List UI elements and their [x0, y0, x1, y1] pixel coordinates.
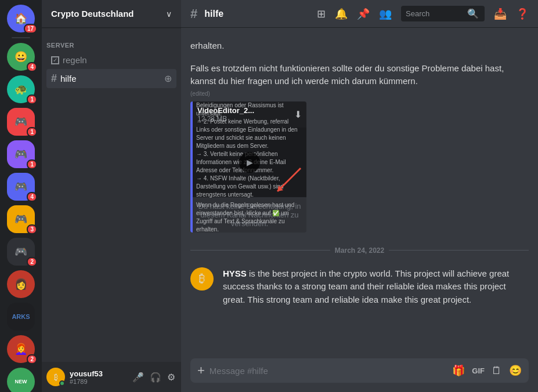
user-avatar-emoji: ₿: [54, 372, 58, 382]
badge-7: 2: [27, 257, 37, 267]
red-arrow-overlay: [275, 165, 304, 194]
date-label: March 24, 2022: [335, 246, 384, 255]
home-badge: 17: [24, 24, 37, 34]
discord-logo: 🏠: [15, 12, 27, 25]
help-icon[interactable]: ❓: [516, 8, 529, 20]
emoji-icon[interactable]: 😊: [509, 364, 522, 377]
category-label: SERVER: [46, 42, 74, 49]
chevron-down-icon: ∨: [166, 9, 172, 19]
members-icon[interactable]: 👥: [379, 8, 392, 20]
user-info: yousuf53 #1789: [70, 369, 127, 385]
badge-6: 3: [27, 224, 37, 234]
server-icon-11[interactable]: NEW: [7, 368, 35, 392]
user-controls: 🎤 🎧 ⚙: [131, 371, 176, 384]
main-chat: # hilfe ⊞ 🔔 📌 👥 🔍 📥 ❓ erhalten. Falls es…: [181, 0, 538, 392]
message-text-falls: Falls es trotzdem nicht funktionieren so…: [190, 62, 529, 88]
checkbox-icon: ✓: [51, 56, 59, 64]
message-input[interactable]: [210, 360, 447, 382]
chat-input-area: + 🎁 GIF 🗒 😊: [181, 358, 538, 392]
message-yousuf: ₿ HYSS is the best project in the crypto…: [181, 264, 538, 309]
server-header[interactable]: Crypto Deutschland ∨: [42, 0, 181, 28]
user-area: ₿ yousuf53 #1789 🎤 🎧 ⚙: [42, 362, 181, 392]
server-icon-9[interactable]: ARKS: [7, 303, 35, 331]
pin-icon[interactable]: 📌: [357, 8, 370, 20]
online-status-indicator: [59, 380, 65, 386]
notification-icon[interactable]: 🔔: [335, 8, 348, 20]
yousuf-avatar: ₿: [190, 267, 214, 291]
video-thumbnail[interactable]: regeln → 1. Bleibt respektvoll, jegliche…: [193, 128, 306, 197]
message-group-falls: Falls es trotzdem nicht funktionieren so…: [181, 60, 538, 235]
gift-icon[interactable]: 🎁: [452, 364, 465, 377]
server-icon-6[interactable]: 🎮 3: [7, 205, 35, 233]
home-server-icon[interactable]: 🏠 17: [7, 5, 35, 32]
search-bar[interactable]: 🔍: [401, 6, 485, 21]
settings-icon[interactable]: ⚙: [166, 371, 176, 384]
channel-name-regeln: regeln: [63, 55, 87, 65]
hash-icon: #: [51, 72, 57, 85]
server-icon-5[interactable]: 🎮 4: [7, 173, 35, 201]
server-emoji-6: 🎮: [15, 213, 27, 226]
search-icon: 🔍: [467, 8, 479, 19]
microphone-icon[interactable]: 🎤: [131, 371, 145, 384]
message-group-erhalten: erhalten.: [181, 37, 538, 57]
date-line-right: [389, 250, 529, 251]
server-icon-1[interactable]: 😀 4: [7, 43, 35, 71]
chat-messages: erhalten. Falls es trotzdem nicht funkti…: [181, 28, 538, 358]
server-icon-3[interactable]: 🎮 1: [7, 108, 35, 136]
hashtag-icon[interactable]: ⊞: [317, 8, 326, 20]
message-text-erhalten: erhalten.: [190, 39, 529, 53]
server-name: Crypto Deutschland: [51, 9, 134, 19]
headphones-icon[interactable]: 🎧: [149, 371, 163, 384]
user-discriminator-label: #1789: [70, 378, 127, 385]
server-emoji-4: 🎮: [15, 148, 27, 161]
sticker-icon[interactable]: 🗒: [492, 365, 502, 377]
badge-3: 1: [27, 127, 37, 137]
add-member-icon[interactable]: ⊕: [164, 73, 172, 84]
chat-input-box: + 🎁 GIF 🗒 😊: [190, 358, 529, 383]
input-icons: 🎁 GIF 🗒 😊: [452, 364, 522, 377]
server-icon-7[interactable]: 🎮 2: [7, 238, 35, 266]
date-separator: March 24, 2022: [190, 246, 529, 255]
play-button[interactable]: ▶: [239, 152, 260, 173]
chat-header: # hilfe ⊞ 🔔 📌 👥 🔍 📥 ❓: [181, 0, 538, 28]
server-divider: [12, 37, 30, 38]
channel-title: hilfe: [204, 9, 223, 19]
server-icon-4[interactable]: 🎮 1: [7, 140, 35, 168]
channel-name-hilfe: hilfe: [60, 74, 77, 84]
badge-1: 4: [27, 62, 37, 72]
yousuf-avatar-emoji: ₿: [199, 272, 205, 285]
hyss-highlight: HYSS: [223, 268, 247, 278]
server-emoji-3: 🎮: [15, 115, 27, 128]
username-label: yousuf53: [70, 369, 127, 378]
badge-5: 4: [27, 192, 37, 202]
server-emoji-1: 😀: [15, 50, 27, 63]
channel-item-hilfe[interactable]: # hilfe ⊕: [46, 69, 176, 88]
channel-category-server: SERVER: [42, 32, 181, 51]
header-icons: ⊞ 🔔 📌 👥 🔍 📥 ❓: [317, 6, 529, 21]
server-emoji-7: 🎮: [15, 245, 27, 258]
server-emoji-8: 👩: [15, 278, 27, 291]
search-input[interactable]: [406, 9, 464, 18]
server-icon-2[interactable]: 🐢 1: [7, 75, 35, 103]
inbox-icon[interactable]: 📥: [494, 8, 507, 20]
channel-hash-icon: #: [190, 6, 197, 21]
server-emoji-10: 👩‍🦰: [15, 343, 27, 355]
server-sidebar: 🏠 17 😀 4 🐢 1 🎮 1 🎮 1 🎮 4 🎮 3 🎮 2 👩 ARKS …: [0, 0, 42, 392]
message-body: HYSS is the best project in the crypto w…: [223, 267, 529, 307]
yousuf-message-content: HYSS is the best project in the crypto w…: [223, 266, 529, 307]
badge-4: 1: [27, 159, 37, 169]
video-embed: VideoEditor_2... 12.28 MB ⬇ regeln → 1. …: [190, 101, 306, 233]
server-icon-8[interactable]: 👩: [7, 270, 35, 298]
badge-10: 2: [27, 354, 37, 364]
channel-item-regeln[interactable]: ✓ regeln: [46, 52, 176, 68]
server-emoji-2: 🐢: [15, 83, 27, 96]
server-icon-10[interactable]: 👩‍🦰 2: [7, 335, 35, 363]
edited-label: (edited): [190, 90, 529, 97]
channel-list: SERVER ✓ regeln # hilfe ⊕: [42, 28, 181, 362]
gif-icon[interactable]: GIF: [472, 366, 485, 375]
server-emoji-5: 🎮: [15, 180, 27, 193]
badge-2: 1: [27, 95, 37, 104]
date-line-left: [190, 250, 330, 251]
attach-button[interactable]: +: [197, 358, 205, 383]
channel-sidebar: Crypto Deutschland ∨ SERVER ✓ regeln # h…: [42, 0, 181, 392]
